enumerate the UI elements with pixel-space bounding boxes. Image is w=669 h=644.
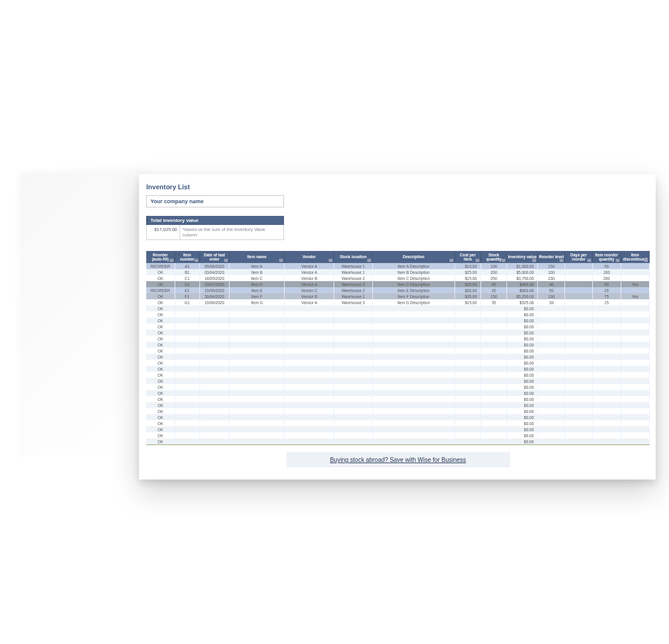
cell-reorder-status[interactable]: OK (146, 299, 175, 305)
cell-name[interactable]: Item B (229, 269, 284, 275)
cell-location[interactable] (334, 336, 373, 342)
cell-days[interactable] (565, 348, 592, 354)
col-header-discontinued[interactable]: Item discontinued (621, 251, 649, 263)
cell-description[interactable] (372, 305, 454, 311)
cell-reorder-qty[interactable] (592, 414, 621, 420)
cell-reorder-status[interactable]: OK (146, 317, 175, 324)
cell-discontinued[interactable] (621, 402, 649, 408)
cell-item-number[interactable] (175, 402, 199, 408)
cell-value[interactable]: $5,000.00 (507, 269, 538, 275)
filter-icon[interactable] (616, 259, 619, 262)
cell-qty[interactable] (481, 372, 507, 378)
cell-discontinued[interactable] (621, 414, 649, 420)
cell-vendor[interactable] (285, 378, 334, 384)
cell-vendor[interactable] (285, 330, 334, 336)
cell-reorder-status[interactable]: OK (146, 360, 175, 366)
cell-reorder-qty[interactable] (592, 330, 621, 336)
cell-qty[interactable] (481, 366, 507, 372)
cell-vendor[interactable]: Vendor A (285, 299, 334, 305)
cell-item-number[interactable] (175, 324, 199, 330)
cell-item-number[interactable] (175, 396, 199, 402)
cell-reorder-qty[interactable] (592, 390, 621, 396)
table-row[interactable]: OKD123/07/2020Item DVendor AWarehouse 3I… (146, 281, 650, 287)
cell-qty[interactable] (481, 354, 507, 360)
cell-location[interactable] (334, 414, 373, 420)
cell-item-number[interactable] (175, 342, 199, 348)
cell-reorder-qty[interactable] (592, 420, 621, 426)
cell-days[interactable] (565, 336, 592, 342)
cell-date[interactable]: 30/04/2020 (199, 293, 229, 299)
cell-qty[interactable] (481, 432, 507, 438)
cell-cost[interactable]: $30.00 (455, 287, 481, 293)
cell-reorder-qty[interactable] (592, 378, 621, 384)
cell-value[interactable]: $0.00 (507, 384, 538, 390)
cell-location[interactable] (334, 348, 373, 354)
cell-name[interactable] (229, 324, 284, 330)
cell-days[interactable] (565, 438, 592, 445)
cell-reorder-qty[interactable]: 75 (592, 293, 621, 299)
cell-reorder-qty[interactable] (592, 305, 621, 311)
table-row[interactable]: OK$0.00 (146, 390, 650, 396)
cell-location[interactable] (334, 378, 373, 384)
cell-qty[interactable] (481, 360, 507, 366)
cell-date[interactable]: 03/04/2020 (199, 269, 229, 275)
cell-reorder-qty[interactable] (592, 432, 621, 438)
cell-qty[interactable] (481, 384, 507, 390)
cell-value[interactable]: $0.00 (507, 330, 538, 336)
filter-icon[interactable] (195, 259, 198, 262)
cell-vendor[interactable] (285, 390, 334, 396)
cell-name[interactable]: Item C (229, 275, 284, 281)
cell-item-number[interactable] (175, 348, 199, 354)
cell-description[interactable] (372, 420, 454, 426)
cell-date[interactable] (199, 336, 229, 342)
cell-date[interactable] (199, 402, 229, 408)
cell-discontinued[interactable] (621, 426, 649, 432)
cell-name[interactable] (229, 384, 284, 390)
cell-vendor[interactable]: Vendor B (285, 293, 334, 299)
cell-item-number[interactable] (175, 354, 199, 360)
cell-discontinued[interactable]: Yes (621, 293, 649, 299)
table-row[interactable]: REORDERA105/06/2020Item AVendor AWarehou… (146, 263, 650, 269)
cell-level[interactable]: 50 (538, 287, 565, 293)
cell-value[interactable]: $0.00 (507, 372, 538, 378)
cell-value[interactable]: $0.00 (507, 396, 538, 402)
table-row[interactable]: OK$0.00 (146, 420, 650, 426)
cell-description[interactable] (372, 348, 454, 354)
cell-discontinued[interactable] (621, 330, 649, 336)
cell-reorder-qty[interactable]: 25 (592, 287, 621, 293)
cell-level[interactable] (538, 330, 565, 336)
cell-value[interactable]: $0.00 (507, 426, 538, 432)
cell-item-number[interactable] (175, 426, 199, 432)
cell-reorder-status[interactable]: OK (146, 348, 175, 354)
cell-description[interactable] (372, 438, 454, 445)
table-row[interactable]: OK$0.00 (146, 348, 650, 354)
cell-qty[interactable] (481, 348, 507, 354)
cell-days[interactable] (565, 408, 592, 414)
cell-location[interactable] (334, 366, 373, 372)
cell-cost[interactable] (455, 305, 481, 311)
cell-name[interactable] (229, 372, 284, 378)
cell-level[interactable]: 230 (538, 275, 565, 281)
filter-icon[interactable] (450, 259, 453, 262)
cell-item-number[interactable] (175, 336, 199, 342)
cell-reorder-status[interactable]: OK (146, 378, 175, 384)
cell-discontinued[interactable] (621, 336, 649, 342)
filter-icon[interactable] (502, 259, 505, 262)
cell-discontinued[interactable] (621, 354, 649, 360)
cell-value[interactable]: $0.00 (507, 378, 538, 384)
cell-vendor[interactable] (285, 414, 334, 420)
cell-qty[interactable] (481, 324, 507, 330)
cell-reorder-status[interactable]: OK (146, 420, 175, 426)
cell-location[interactable]: Warehouse 2 (334, 275, 373, 281)
table-row[interactable]: OK$0.00 (146, 366, 650, 372)
col-header-qty[interactable]: Stock quantity (481, 251, 507, 263)
cell-location[interactable]: Warehouse 2 (334, 287, 373, 293)
cell-vendor[interactable]: Vendor B (285, 275, 334, 281)
cell-reorder-qty[interactable] (592, 426, 621, 432)
cell-location[interactable]: Warehouse 1 (334, 269, 373, 275)
cell-level[interactable] (538, 336, 565, 342)
cell-date[interactable] (199, 378, 229, 384)
cell-level[interactable] (538, 408, 565, 414)
cell-reorder-status[interactable]: OK (146, 305, 175, 311)
cell-date[interactable] (199, 348, 229, 354)
